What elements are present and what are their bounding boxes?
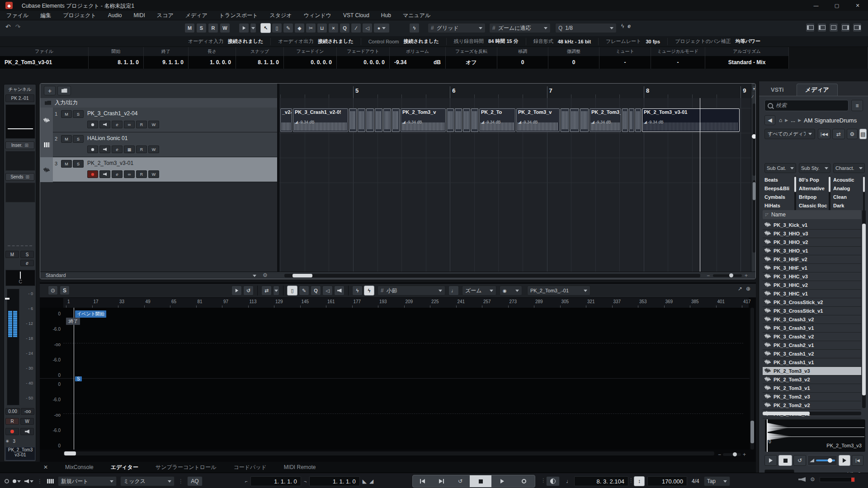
split-tool[interactable]: ✂ bbox=[306, 23, 316, 33]
play-tool[interactable]: ◁ bbox=[362, 23, 373, 33]
open-in-window-icon[interactable]: ↗ bbox=[738, 286, 742, 292]
info-ミュージカルモード[interactable]: ミュージカルモード- bbox=[651, 47, 705, 69]
menu-トランスポート[interactable]: トランスポート bbox=[219, 12, 258, 19]
go-to-start-button[interactable] bbox=[413, 475, 432, 487]
editor-solo-button[interactable]: S bbox=[60, 286, 70, 295]
menu-Audio[interactable]: Audio bbox=[108, 12, 122, 19]
filters-panel-toggle[interactable]: ▤ bbox=[859, 129, 867, 139]
editor-snap-button[interactable]: ϟ bbox=[364, 286, 374, 296]
layout-toggle-3[interactable] bbox=[829, 23, 838, 32]
stop-button[interactable] bbox=[470, 475, 491, 487]
info-フェードアウト[interactable]: フェードアウト0. 0. 0. 0 bbox=[337, 47, 390, 69]
channel-record-button[interactable] bbox=[5, 428, 19, 435]
filter-value-Dark[interactable]: Dark bbox=[833, 202, 866, 210]
track-solo-button[interactable]: S bbox=[73, 160, 84, 168]
midi-activity-icon[interactable] bbox=[798, 477, 806, 482]
preview-autoplay-button[interactable] bbox=[839, 455, 850, 466]
file-row-PK_2_Tom3_v3[interactable]: PK_2_Tom3_v3 bbox=[763, 367, 861, 375]
transport-gear-icon[interactable]: ⚙ bbox=[810, 476, 815, 483]
menu-ファイル[interactable]: ファイル bbox=[6, 12, 28, 19]
file-row-PK_3_Crash1_v2[interactable]: PK_3_Crash1_v2 bbox=[763, 350, 861, 358]
info-ボリューム[interactable]: ボリューム-9.34dB bbox=[390, 47, 446, 69]
editor-v-scrollbar[interactable] bbox=[750, 308, 754, 450]
menu-編集[interactable]: 編集 bbox=[40, 12, 51, 19]
iterative-quantize-icon[interactable]: ϟ bbox=[621, 23, 624, 29]
track-freeze-button[interactable]: ▦ bbox=[124, 145, 135, 153]
clip-cluster[interactable] bbox=[561, 108, 589, 132]
track-freeze-button[interactable]: ∞ bbox=[124, 170, 135, 178]
channel-mute-button[interactable]: M bbox=[5, 251, 19, 258]
new-part-dropdown[interactable]: 新規パート bbox=[58, 476, 117, 486]
file-row-PK_2_Tom3_v2[interactable]: PK_2_Tom3_v2 bbox=[763, 375, 861, 384]
tab-MIDI Remote[interactable]: MIDI Remote bbox=[284, 464, 316, 470]
info-終了[interactable]: 終了9. 1. 1. 0 bbox=[144, 47, 189, 69]
file-row-PK_3_HHO_v3[interactable]: PK_3_HHO_v3 bbox=[763, 230, 861, 238]
clip-cluster[interactable] bbox=[447, 108, 478, 132]
info-ミュート[interactable]: ミュート- bbox=[599, 47, 651, 69]
info-微調整[interactable]: 微調整0 bbox=[548, 47, 599, 69]
filter-value-Clean[interactable]: Clean bbox=[833, 193, 866, 202]
file-list-h-scrollbar[interactable] bbox=[763, 412, 861, 415]
pre-roll-button[interactable] bbox=[546, 476, 560, 486]
preset-caret-icon[interactable] bbox=[253, 275, 256, 277]
info-移調[interactable]: 移調0 bbox=[497, 47, 548, 69]
time-format-note-icon[interactable]: ♩ bbox=[566, 478, 571, 484]
info-スナップ[interactable]: スナップ8. 1. 1. 0 bbox=[236, 47, 284, 69]
menu-ウィンドウ[interactable]: ウィンドウ bbox=[304, 12, 331, 19]
filter-value-Analog[interactable]: Analog bbox=[833, 184, 866, 193]
track-read-button[interactable]: R bbox=[136, 121, 147, 128]
filter-dropdown-Sub Sty.[interactable]: Sub Sty. bbox=[799, 163, 830, 173]
file-row-PK_3_HHC_v3[interactable]: PK_3_HHC_v3 bbox=[763, 272, 861, 281]
autoscroll-button[interactable] bbox=[239, 23, 249, 33]
audio-event-PK_3_Crash1_v2-0![interactable]: PK_3_Crash1_v2-0!◢ -9.34 dB bbox=[293, 108, 348, 132]
inserts-button[interactable]: Inser.⊞ bbox=[5, 141, 34, 149]
filter-value-Beats[interactable]: Beats bbox=[764, 176, 797, 184]
file-row-PK_3_HHF_v1[interactable]: PK_3_HHF_v1 bbox=[763, 264, 861, 272]
filter-dropdown-Charact.[interactable]: Charact. bbox=[833, 163, 865, 173]
audio-event-PK_2_To[interactable]: PK_2_To◢ -9.34 dB bbox=[479, 108, 515, 132]
close-button[interactable]: ✕ bbox=[847, 0, 868, 11]
track-monitor-button[interactable] bbox=[99, 121, 110, 128]
file-row-PK_3_HHF_v2[interactable]: PK_3_HHF_v2 bbox=[763, 255, 861, 264]
vertical-scrollbar[interactable] bbox=[753, 180, 755, 253]
channel-write-button[interactable]: W bbox=[20, 418, 34, 425]
track-solo-button[interactable]: S bbox=[73, 135, 84, 143]
menu-Hub[interactable]: Hub bbox=[381, 12, 391, 19]
channel-solo-button[interactable]: S bbox=[20, 251, 34, 258]
preview-stop-button[interactable] bbox=[778, 455, 792, 466]
info-開始[interactable]: 開始8. 1. 1. 0 bbox=[89, 47, 144, 69]
editor-autoscroll-button[interactable]: ⇄ bbox=[261, 286, 272, 296]
quantize-dropdown[interactable]: Q 1/8 bbox=[555, 23, 617, 33]
track-monitor-button[interactable] bbox=[99, 170, 110, 178]
clip-cluster[interactable] bbox=[622, 108, 641, 132]
arrange-ruler[interactable]: 56789 bbox=[279, 84, 751, 99]
zoom-out-icon[interactable]: − bbox=[707, 272, 710, 279]
result-view-options-button[interactable]: ≡ bbox=[851, 100, 863, 111]
close-lower-zone-icon[interactable]: ✕ bbox=[43, 464, 48, 470]
filter-value-Alternative[interactable]: Alternative bbox=[799, 184, 831, 193]
tempo-track-button[interactable]: ↕ bbox=[634, 476, 645, 486]
back-button[interactable]: ◀ bbox=[764, 115, 775, 125]
track-read-button[interactable]: R bbox=[136, 145, 147, 153]
channel-pan-display[interactable] bbox=[5, 104, 35, 139]
left-locator-value[interactable]: 1. 1. 1. 0 bbox=[250, 476, 301, 486]
preview-loop-button[interactable]: ↺ bbox=[793, 455, 806, 466]
filter-value-Britpop[interactable]: Britpop bbox=[799, 193, 831, 202]
file-list-scrollbar[interactable] bbox=[862, 210, 866, 408]
file-row-PK_3_HHO_v2[interactable]: PK_3_HHO_v2 bbox=[763, 238, 861, 247]
automation-r-button[interactable]: R bbox=[208, 23, 218, 33]
cycle-button[interactable]: ↺ bbox=[451, 475, 470, 487]
filter-value-80's Pop[interactable]: 80's Pop bbox=[799, 176, 831, 184]
arrange-h-scrollbar[interactable] bbox=[284, 274, 700, 277]
info-フェーズを反転[interactable]: フェーズを反転オフ bbox=[446, 47, 497, 69]
menu-MIDI[interactable]: MIDI bbox=[134, 12, 145, 19]
track-record-button[interactable] bbox=[87, 170, 98, 178]
zoom-in-icon[interactable]: + bbox=[745, 272, 748, 279]
track-read-button[interactable]: R bbox=[136, 170, 147, 178]
right-locator-value[interactable]: 1. 1. 1. 0 bbox=[309, 476, 360, 486]
snap-type-dropdown[interactable]: #グリッド bbox=[428, 23, 486, 33]
channel-edit-button[interactable]: e bbox=[20, 260, 34, 266]
glue-tool[interactable]: ⊔ bbox=[317, 23, 327, 33]
mix-dropdown[interactable]: ミックス bbox=[120, 476, 175, 486]
layout-toggle-1[interactable] bbox=[806, 23, 815, 32]
